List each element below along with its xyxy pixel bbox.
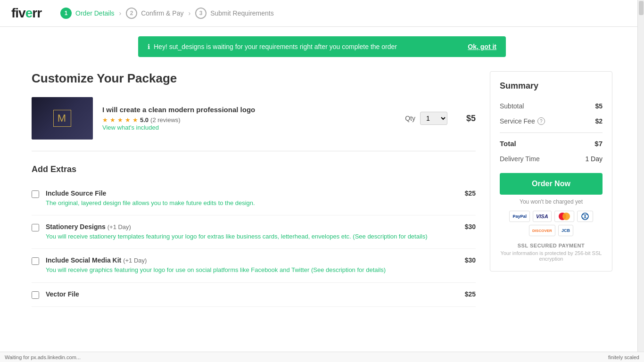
extra-price-social-media: $30 <box>465 256 476 264</box>
ssl-title: SSL SECURED PAYMENT <box>500 243 603 248</box>
service-fee-help-icon[interactable]: ? <box>537 117 545 125</box>
step-arrow-2: › <box>188 9 190 17</box>
service-fee-value: $2 <box>595 117 603 125</box>
extra-name-social-media: Include Social Media Kit (+1 Day) <box>46 256 458 264</box>
star-2: ★ <box>110 116 116 123</box>
ssl-desc: Your information is protected by 256-bit… <box>500 250 603 262</box>
extra-item-source-file: Include Source File The original, layere… <box>32 182 476 215</box>
add-extras-title: Add Extras <box>32 165 476 174</box>
step-3-label: Submit Requirements <box>210 9 274 17</box>
scrollbar[interactable] <box>637 0 644 307</box>
page-title: Customize Your Package <box>32 71 476 86</box>
extra-item-stationery: Stationery Designs (+1 Day) You will rec… <box>32 215 476 249</box>
extra-day-stationery: (+1 Day) <box>107 223 131 230</box>
extra-checkbox-stationery[interactable] <box>32 224 39 231</box>
product-image: M <box>32 97 93 140</box>
star-1: ★ <box>102 116 108 123</box>
summary-title: Summary <box>500 81 603 91</box>
total-value: $7 <box>594 140 603 148</box>
qty-label: Qty <box>405 115 415 122</box>
banner-action[interactable]: Ok, got it <box>468 43 496 50</box>
paypal-icon: PayPal <box>509 211 530 222</box>
extra-checkbox-social-media[interactable] <box>32 257 39 265</box>
star-5: ★ <box>132 116 138 123</box>
info-icon: ℹ <box>148 43 150 50</box>
main-container: Customize Your Package M I will create a… <box>20 66 624 307</box>
extra-price-stationery: $30 <box>465 223 476 230</box>
step-3-num: 3 <box>195 8 206 19</box>
extra-price-source-file: $25 <box>465 189 476 197</box>
extra-desc-source-file: The original, layered design file allows… <box>46 199 458 207</box>
step-submit-requirements: 3 Submit Requirements <box>195 8 274 19</box>
diners-svg <box>580 213 590 220</box>
fiverr-logo: fiverr <box>11 6 41 21</box>
ssl-section: SSL SECURED PAYMENT Your information is … <box>500 243 603 262</box>
product-details: I will create a clean modern professiona… <box>102 106 396 131</box>
discover-icon: DISCOVER <box>529 225 555 236</box>
service-fee-label: Service Fee ? <box>500 117 545 125</box>
step-2-label: Confirm & Pay <box>141 9 183 17</box>
extra-item-vector-file: Vector File $25 <box>32 283 476 307</box>
summary-box: Summary Subtotal $5 Service Fee ? $2 Tot… <box>490 71 612 272</box>
delivery-label: Delivery Time <box>500 155 540 163</box>
payment-icons: PayPal VISA DISCOVER JCB <box>500 211 603 236</box>
extra-checkbox-source-file[interactable] <box>32 190 39 198</box>
extra-item-social-media: Include Social Media Kit (+1 Day) You wi… <box>32 249 476 282</box>
jcb-icon: JCB <box>558 225 573 236</box>
order-now-button[interactable]: Order Now <box>500 173 603 195</box>
header: fiverr 1 Order Details › 2 Confirm & Pay… <box>0 0 644 27</box>
product-image-inner: M <box>32 97 93 140</box>
total-row: Total $7 <box>500 132 603 151</box>
product-rating: ★ ★ ★ ★ ★ 5.0 (2 reviews) <box>102 116 396 123</box>
extra-checkbox-vector-file[interactable] <box>32 291 39 299</box>
delivery-row: Delivery Time 1 Day <box>500 151 603 166</box>
step-1-label: Order Details <box>75 9 114 17</box>
mastercard-svg <box>558 212 571 221</box>
product-row: M I will create a clean modern professio… <box>32 97 476 151</box>
banner-text: ℹ Hey! sut_designs is waiting for your r… <box>148 43 397 50</box>
svg-point-4 <box>585 214 588 218</box>
extra-content-social-media: Include Social Media Kit (+1 Day) You wi… <box>46 256 458 274</box>
quantity-select[interactable]: 1 2 3 <box>420 112 447 125</box>
step-arrow-1: › <box>119 9 122 17</box>
notification-banner: ℹ Hey! sut_designs is waiting for your r… <box>138 36 506 57</box>
subtotal-label: Subtotal <box>500 102 524 110</box>
step-order-details: 1 Order Details <box>60 8 114 19</box>
extra-day-social-media: (+1 Day) <box>123 257 147 264</box>
add-extras-section: Add Extras Include Source File The origi… <box>32 165 476 307</box>
product-title: I will create a clean modern professiona… <box>102 106 396 114</box>
extra-price-vector-file: $25 <box>465 290 476 298</box>
product-price: $5 <box>466 114 476 123</box>
extra-content-source-file: Include Source File The original, layere… <box>46 189 458 207</box>
banner-message: Hey! sut_designs is waiting for your req… <box>154 43 397 50</box>
rating-value: 5.0 <box>140 116 149 123</box>
visa-icon: VISA <box>533 211 552 222</box>
extra-name-source-file: Include Source File <box>46 189 458 197</box>
svg-point-1 <box>562 213 570 220</box>
total-label: Total <box>500 140 516 148</box>
extra-desc-stationery: You will receive stationery templates fe… <box>46 232 458 241</box>
step-1-num: 1 <box>60 8 72 19</box>
diners-icon <box>577 211 593 222</box>
extra-name-vector-file: Vector File <box>46 290 458 298</box>
view-included-link[interactable]: View what's included <box>102 124 159 131</box>
delivery-value: 1 Day <box>585 155 603 163</box>
no-charge-text: You won't be charged yet <box>500 198 603 205</box>
product-logo-preview: M <box>53 110 71 127</box>
subtotal-value: $5 <box>595 102 603 110</box>
extra-name-stationery: Stationery Designs (+1 Day) <box>46 223 458 230</box>
star-3: ★ <box>117 116 123 123</box>
mastercard-icon <box>554 211 574 222</box>
svg-point-2 <box>582 213 588 220</box>
extra-content-stationery: Stationery Designs (+1 Day) You will rec… <box>46 223 458 241</box>
scrollbar-thumb[interactable] <box>639 1 644 15</box>
star-4: ★ <box>125 116 131 123</box>
steps-nav: 1 Order Details › 2 Confirm & Pay › 3 Su… <box>60 8 274 19</box>
extra-content-vector-file: Vector File <box>46 290 458 298</box>
step-2-num: 2 <box>126 8 137 19</box>
content-area: Customize Your Package M I will create a… <box>32 66 476 307</box>
subtotal-row: Subtotal $5 <box>500 99 603 114</box>
sidebar: Summary Subtotal $5 Service Fee ? $2 Tot… <box>490 66 612 307</box>
reviews-count: (2 reviews) <box>150 116 181 123</box>
quantity-section: Qty 1 2 3 <box>405 112 447 125</box>
